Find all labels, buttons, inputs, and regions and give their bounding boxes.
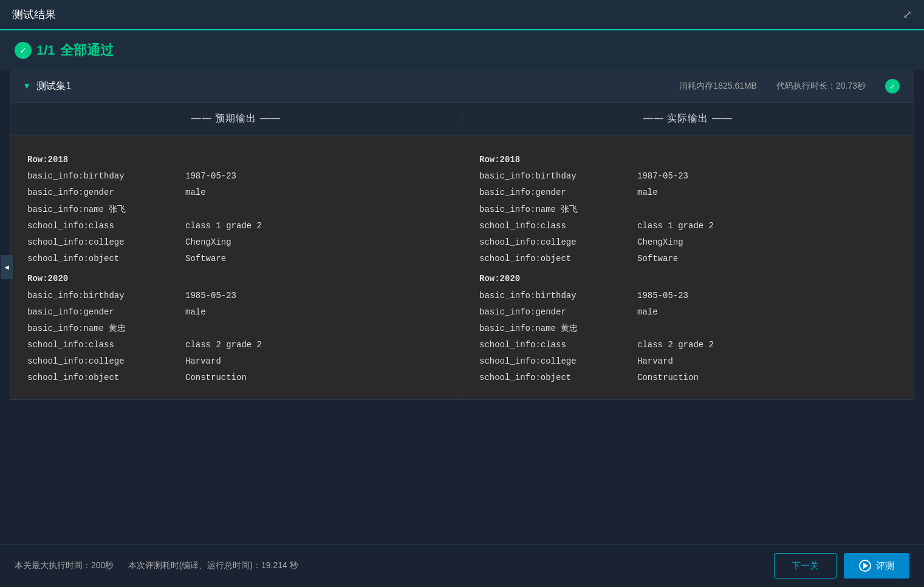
- next-level-button[interactable]: 下一关: [774, 553, 837, 579]
- actual-college-2020: school_info:college Harvard: [479, 354, 897, 369]
- nav-arrow-left[interactable]: ◀: [1, 255, 13, 279]
- actual-class-2018: school_info:class class 1 grade 2: [479, 219, 897, 234]
- pass-check-icon: ✓: [885, 79, 900, 93]
- evaluate-button[interactable]: 评测: [844, 553, 909, 579]
- actual-gender-2020: basic_info:gender male: [479, 305, 897, 320]
- check-circle-icon: ✓: [15, 42, 32, 59]
- expected-row-2018: Row:2018: [27, 152, 445, 168]
- expand-icon[interactable]: ⤢: [903, 8, 912, 21]
- expected-name-2018: basic_info:name 张飞: [27, 202, 445, 217]
- actual-birthday-2018: basic_info:birthday 1987-05-23: [479, 169, 897, 184]
- expected-name-2020: basic_info:name 黄忠: [27, 321, 445, 336]
- pass-count: 1/1: [36, 42, 55, 58]
- page-title: 测试结果: [12, 7, 56, 22]
- actual-output-panel: Row:2018 basic_info:birthday 1987-05-23 …: [462, 135, 914, 399]
- play-circle-icon: [859, 560, 871, 572]
- bottom-bar: 本关最大执行时间：200秒 本次评测耗时(编译、运行总时间)：19.214 秒 …: [0, 544, 924, 587]
- actual-object-2018: school_info:object Software: [479, 251, 897, 266]
- actual-class-2020: school_info:class class 2 grade 2: [479, 338, 897, 353]
- actual-row-2018: Row:2018: [479, 152, 897, 168]
- play-triangle-icon: [863, 563, 868, 569]
- actual-birthday-2020: basic_info:birthday 1985-05-23: [479, 288, 897, 304]
- output-section: —— 预期输出 —— —— 实际输出 —— ◀ Row:2018 basic_i…: [10, 102, 914, 400]
- top-bar: 测试结果 ⤢: [0, 0, 924, 30]
- test-set-left: ▼ 测试集1: [24, 80, 71, 93]
- expected-class-2018: school_info:class class 1 grade 2: [27, 219, 445, 234]
- bottom-stats: 本关最大执行时间：200秒 本次评测耗时(编译、运行总时间)：19.214 秒: [15, 560, 298, 571]
- pass-label: 全部通过: [60, 41, 114, 59]
- expected-college-2018: school_info:college ChengXing: [27, 235, 445, 250]
- pass-badge: ✓ 1/1 全部通过: [15, 41, 114, 59]
- expected-birthday-2018: basic_info:birthday 1987-05-23: [27, 169, 445, 184]
- memory-stat: 消耗内存1825.61MB: [679, 81, 757, 92]
- expected-birthday-2020: basic_info:birthday 1985-05-23: [27, 288, 445, 304]
- eval-time-stat: 本次评测耗时(编译、运行总时间)：19.214 秒: [128, 560, 298, 570]
- actual-gender-2018: basic_info:gender male: [479, 185, 897, 200]
- triangle-icon: ▼: [24, 81, 29, 91]
- expected-gender-2018: basic_info:gender male: [27, 185, 445, 200]
- test-set-right: 消耗内存1825.61MB 代码执行时长：20.73秒 ✓: [679, 79, 900, 93]
- test-set-bar: ▼ 测试集1 消耗内存1825.61MB 代码执行时长：20.73秒 ✓: [10, 70, 914, 102]
- expected-output-header: —— 预期输出 ——: [10, 112, 462, 125]
- eval-button-label: 评测: [876, 560, 894, 572]
- output-headers: —— 预期输出 —— —— 实际输出 ——: [10, 103, 914, 135]
- test-set-name: 测试集1: [36, 80, 71, 93]
- expected-object-2020: school_info:object Construction: [27, 370, 445, 385]
- actual-object-2020: school_info:object Construction: [479, 370, 897, 385]
- expected-class-2020: school_info:class class 2 grade 2: [27, 338, 445, 353]
- actual-name-2018: basic_info:name 张飞: [479, 202, 897, 217]
- actual-row-2020: Row:2020: [479, 271, 897, 287]
- time-stat: 代码执行时长：20.73秒: [776, 81, 866, 92]
- expected-gender-2020: basic_info:gender male: [27, 305, 445, 320]
- expected-object-2018: school_info:object Software: [27, 251, 445, 266]
- actual-output-header: —— 实际输出 ——: [462, 112, 914, 125]
- expected-row-2020: Row:2020: [27, 271, 445, 287]
- expected-college-2020: school_info:college Harvard: [27, 354, 445, 369]
- actual-name-2020: basic_info:name 黄忠: [479, 321, 897, 336]
- output-panels: ◀ Row:2018 basic_info:birthday 1987-05-2…: [10, 135, 914, 399]
- bottom-buttons: 下一关 评测: [774, 553, 909, 579]
- expected-output-panel: Row:2018 basic_info:birthday 1987-05-23 …: [10, 135, 462, 399]
- actual-college-2018: school_info:college ChengXing: [479, 235, 897, 250]
- max-time-stat: 本关最大执行时间：200秒: [15, 560, 114, 570]
- result-header: ✓ 1/1 全部通过: [0, 30, 924, 70]
